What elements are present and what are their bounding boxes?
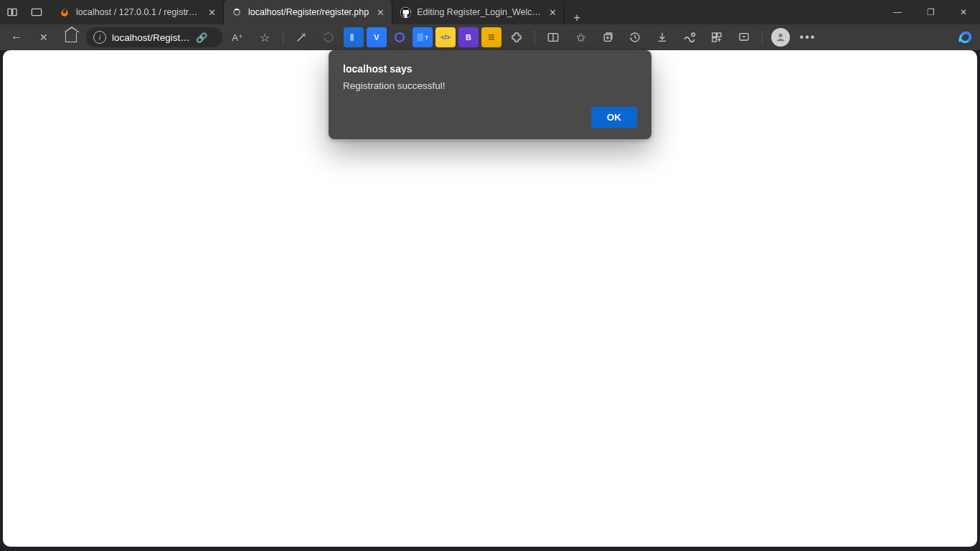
window-controls: — ❐ ✕	[881, 0, 980, 24]
favorites-star-icon[interactable]: ☆	[253, 27, 277, 48]
svg-point-22	[778, 34, 782, 37]
extensions-menu-icon[interactable]	[504, 27, 529, 48]
svg-rect-18	[712, 33, 716, 37]
js-alert-dialog: localhost says Registration successful! …	[329, 50, 651, 139]
more-menu-icon[interactable]: •••	[796, 27, 820, 48]
extensions-row: V T </> B	[289, 27, 529, 48]
svg-rect-19	[717, 33, 721, 37]
extension-b-icon[interactable]: B	[458, 27, 479, 47]
history-icon[interactable]	[623, 27, 647, 48]
new-tab-button[interactable]: +	[565, 11, 589, 24]
tab-title: localhost / 127.0.0.1 / registratio	[76, 7, 200, 17]
maximize-button[interactable]: ❐	[914, 0, 947, 24]
tab-register-php[interactable]: localhost/Register/register.php ✕	[224, 0, 392, 24]
minimize-button[interactable]: —	[881, 0, 914, 24]
svg-rect-11	[489, 34, 494, 36]
site-info-icon[interactable]: i	[93, 31, 106, 44]
svg-rect-20	[712, 38, 716, 42]
profile-avatar[interactable]	[768, 27, 793, 48]
viewport: localhost says Registration successful! …	[0, 50, 980, 551]
svg-rect-2	[32, 9, 41, 15]
refresh-disabled-icon	[316, 27, 341, 48]
read-aloud-icon[interactable]: A⁺	[225, 27, 250, 48]
svg-rect-13	[489, 39, 494, 40]
svg-rect-5	[350, 34, 354, 41]
address-bar[interactable]: i localhost/Regist… 🔗	[86, 27, 222, 47]
collections-icon[interactable]	[595, 27, 620, 48]
copilot-icon[interactable]	[954, 26, 977, 49]
close-icon[interactable]: ✕	[547, 6, 558, 18]
loading-icon	[231, 6, 242, 18]
svg-rect-12	[489, 37, 494, 38]
tab-actions-icon[interactable]	[24, 0, 49, 24]
separator	[762, 30, 763, 44]
github-icon	[400, 6, 411, 18]
dialog-message: Registration successful!	[343, 80, 637, 91]
favorites-icon[interactable]: ✩	[568, 27, 593, 48]
ok-button[interactable]: OK	[591, 107, 637, 128]
extension-code-icon[interactable]: </>	[435, 27, 456, 47]
tab-github-editing[interactable]: Editing Register_Login_Welcome ✕	[392, 0, 565, 24]
wand-icon[interactable]	[289, 27, 314, 48]
downloads-icon[interactable]	[650, 27, 674, 48]
flame-icon	[59, 6, 70, 18]
url-text: localhost/Regist…	[112, 32, 190, 43]
extension-blue-square-icon[interactable]	[344, 27, 364, 47]
separator	[534, 30, 535, 44]
performance-icon[interactable]	[677, 27, 702, 48]
svg-point-17	[692, 33, 695, 37]
home-button[interactable]	[59, 27, 83, 48]
close-icon[interactable]: ✕	[206, 6, 217, 18]
svg-point-6	[395, 33, 404, 42]
dialog-actions: OK	[343, 107, 637, 128]
split-screen-icon[interactable]	[541, 27, 565, 48]
back-button[interactable]	[4, 27, 29, 48]
extension-t-icon[interactable]: T	[413, 27, 433, 47]
tab-title: localhost/Register/register.php	[248, 7, 369, 17]
avatar-icon	[771, 28, 790, 47]
close-window-button[interactable]: ✕	[947, 0, 980, 24]
dialog-title: localhost says	[343, 63, 637, 75]
tab-phpmyadmin[interactable]: localhost / 127.0.0.1 / registratio ✕	[52, 0, 224, 24]
stop-button[interactable]	[32, 27, 56, 48]
separator	[283, 30, 283, 44]
tab-strip: localhost / 127.0.0.1 / registratio ✕ lo…	[52, 0, 589, 24]
link-icon[interactable]: 🔗	[196, 32, 207, 43]
close-icon[interactable]: ✕	[374, 6, 386, 18]
apps-icon[interactable]	[705, 27, 729, 48]
extension-circle-icon[interactable]	[390, 27, 410, 47]
svg-rect-8	[418, 33, 423, 41]
svg-text:T: T	[425, 34, 428, 41]
tab-title: Editing Register_Login_Welcome	[417, 7, 541, 17]
workspaces-icon[interactable]	[0, 0, 24, 24]
extension-v-icon[interactable]: V	[367, 27, 387, 47]
svg-rect-0	[8, 9, 11, 15]
toolbar: i localhost/Regist… 🔗 A⁺ ☆ V T </> B	[0, 24, 980, 50]
ie-mode-icon[interactable]	[732, 27, 756, 48]
extension-lines-icon[interactable]	[481, 27, 501, 47]
svg-rect-1	[13, 9, 17, 15]
titlebar: localhost / 127.0.0.1 / registratio ✕ lo…	[0, 0, 980, 24]
